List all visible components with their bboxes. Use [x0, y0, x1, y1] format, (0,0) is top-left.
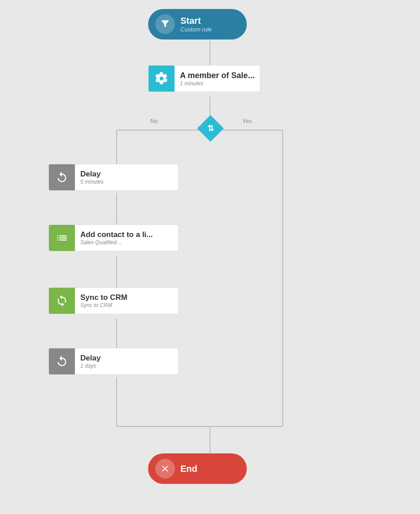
flow-canvas: Start Custom rule A member of Sale... 1 …: [0, 0, 420, 514]
diamond-node[interactable]: ⇅: [201, 119, 220, 138]
add-contact-node[interactable]: Add contact to a li... Sales Qualified .…: [48, 224, 179, 251]
condition-subtitle: 1 minutes: [180, 80, 254, 87]
yes-label: Yes: [242, 117, 252, 125]
delay1-text: Delay 5 minutes: [75, 166, 109, 189]
sync-crm-title: Sync to CRM: [80, 293, 127, 302]
no-label: No: [150, 117, 158, 125]
condition-title: A member of Sale...: [180, 71, 254, 80]
end-title: End: [180, 464, 197, 474]
filter-icon: [155, 14, 175, 34]
end-node-text: End: [180, 464, 197, 474]
start-title: Start: [180, 16, 212, 26]
delay2-node[interactable]: Delay 1 days: [48, 348, 179, 375]
delay2-subtitle: 1 days: [80, 363, 101, 369]
gear-icon: [149, 66, 175, 92]
add-contact-subtitle: Sales Qualified ...: [80, 239, 153, 246]
close-icon: [155, 459, 175, 479]
sync-crm-node[interactable]: Sync to CRM Sync to CRM: [48, 287, 179, 314]
sync-crm-text: Sync to CRM Sync to CRM: [75, 290, 133, 312]
list-icon: [49, 225, 75, 251]
sync-icon: [49, 288, 75, 314]
add-contact-title: Add contact to a li...: [80, 230, 153, 239]
delay1-icon: [49, 164, 75, 190]
start-node-text: Start Custom rule: [180, 16, 212, 33]
delay2-icon: [49, 348, 75, 374]
delay2-text: Delay 1 days: [75, 350, 106, 373]
start-node[interactable]: Start Custom rule: [148, 9, 247, 40]
delay1-node[interactable]: Delay 5 minutes: [48, 164, 179, 191]
add-contact-text: Add contact to a li... Sales Qualified .…: [75, 227, 158, 249]
start-subtitle: Custom rule: [180, 26, 212, 33]
delay1-title: Delay: [80, 170, 104, 179]
delay1-subtitle: 5 minutes: [80, 179, 104, 185]
delay2-title: Delay: [80, 354, 101, 363]
end-node[interactable]: End: [148, 453, 247, 484]
condition-node-text: A member of Sale... 1 minutes: [175, 67, 260, 90]
condition-node[interactable]: A member of Sale... 1 minutes: [148, 65, 260, 92]
sync-crm-subtitle: Sync to CRM: [80, 302, 127, 308]
